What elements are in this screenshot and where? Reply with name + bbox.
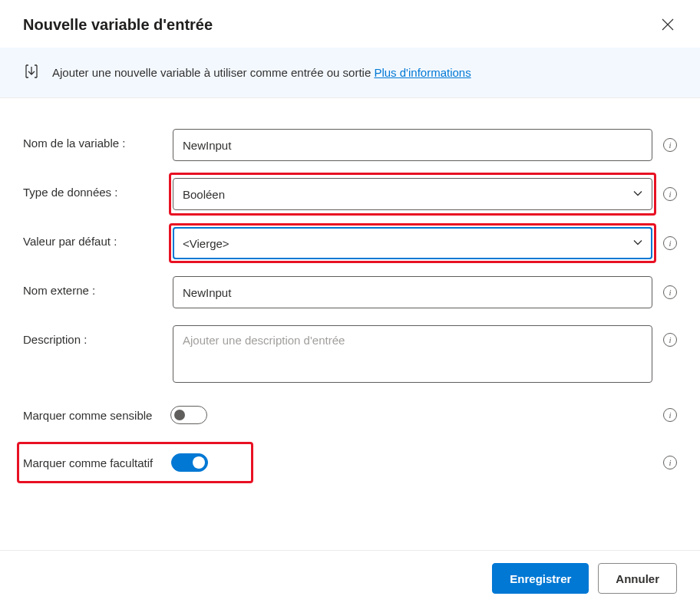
info-icon[interactable]: i	[663, 285, 677, 299]
close-button[interactable]	[659, 15, 677, 34]
row-description: Description : i	[23, 325, 677, 383]
label-data-type: Type de données :	[23, 178, 173, 199]
more-info-link[interactable]: Plus d'informations	[374, 66, 471, 79]
input-external-name[interactable]	[173, 276, 652, 308]
row-variable-name: Nom de la variable : i	[23, 129, 677, 161]
dialog-title: Nouvelle variable d'entrée	[23, 16, 213, 34]
info-icon[interactable]: i	[663, 236, 677, 250]
info-icon[interactable]: i	[663, 187, 677, 201]
input-variable-name[interactable]	[173, 129, 652, 161]
row-data-type: Type de données : Booléen i	[23, 178, 677, 210]
info-icon[interactable]: i	[663, 138, 677, 152]
label-mark-optional: Marquer comme facultatif	[23, 456, 153, 469]
row-external-name: Nom externe : i	[23, 276, 677, 308]
label-variable-name: Nom de la variable :	[23, 129, 173, 150]
row-mark-sensitive: Marquer comme sensible i	[23, 406, 677, 424]
select-data-type[interactable]: Booléen	[173, 178, 652, 210]
dialog-header: Nouvelle variable d'entrée	[0, 0, 700, 48]
close-icon	[662, 18, 674, 31]
dialog-footer: Enregistrer Annuler	[0, 550, 700, 606]
toggle-mark-sensitive[interactable]	[170, 406, 207, 424]
label-description: Description :	[23, 325, 173, 346]
save-button[interactable]: Enregistrer	[492, 563, 589, 594]
label-default-value: Valeur par défaut :	[23, 227, 173, 248]
info-banner: Ajouter une nouvelle variable à utiliser…	[0, 48, 700, 98]
toggle-mark-optional[interactable]	[171, 453, 208, 472]
info-banner-text: Ajouter une nouvelle variable à utiliser…	[52, 66, 471, 79]
toggle-knob	[174, 410, 185, 420]
download-icon	[23, 63, 40, 82]
info-banner-message: Ajouter une nouvelle variable à utiliser…	[52, 66, 374, 79]
info-icon[interactable]: i	[663, 333, 677, 347]
info-icon[interactable]: i	[663, 408, 677, 422]
form-body: Nom de la variable : i Type de données :…	[0, 98, 700, 512]
textarea-description[interactable]	[173, 325, 652, 383]
info-icon[interactable]: i	[663, 456, 677, 469]
toggle-knob	[193, 456, 205, 469]
label-external-name: Nom externe :	[23, 276, 173, 297]
select-data-type-value: Booléen	[183, 188, 225, 201]
select-default-value[interactable]: <Vierge>	[173, 227, 652, 259]
row-mark-optional: Marquer comme facultatif i	[23, 453, 677, 472]
cancel-button[interactable]: Annuler	[598, 563, 677, 594]
label-mark-sensitive: Marquer comme sensible	[23, 409, 152, 422]
select-default-value-value: <Vierge>	[183, 237, 229, 250]
row-default-value: Valeur par défaut : <Vierge> i	[23, 227, 677, 259]
